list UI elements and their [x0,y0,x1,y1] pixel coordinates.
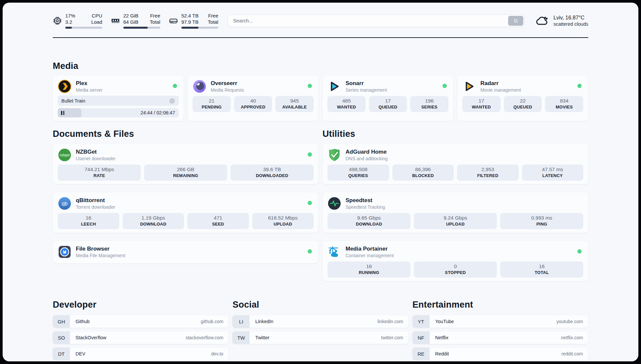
stat-ping: 0.993 ms PING [500,213,583,229]
app-name: Overseerr [211,80,244,87]
status-online-dot [308,249,312,254]
adguard-icon [327,148,341,162]
stat-filtered: 2,953 FILTERED [457,165,519,181]
stat-rate: 744.21 Mbps RATE [58,165,141,181]
app-name: Plex [76,80,103,87]
utilities-column: Utilities AdGuard Home DNS [322,129,588,281]
bookmark-title: YouTube [430,319,454,324]
memory-total-label: Total [150,19,160,25]
documents-column: Documents & Files nzbget NZBGet Usenet d… [53,129,319,281]
bookmark-netflix[interactable]: NF Netflix netflix.com [412,331,588,344]
disk-icon [169,16,178,25]
app-name: Radarr [480,80,521,87]
cpu-load-label: Load [91,19,102,25]
app-description: Container management [346,253,394,258]
bookmark-dev[interactable]: DT DEV dev.to [53,348,229,360]
radarr-icon [462,79,476,93]
stat-approved: 40 APPROVED [234,96,272,112]
status-online-dot [173,84,177,88]
disk-free-value: 52.4 TB [181,13,198,19]
stat-available: 945 AVAILABLE [275,96,314,112]
bookmark-github[interactable]: GH Github github.com [53,315,229,328]
bookmark-stackoverflow[interactable]: SO StackOverflow stackoverflow.com [53,331,229,344]
status-online-dot [577,249,582,254]
app-card-adguard[interactable]: AdGuard Home DNS and adblocking 498,508 … [322,144,588,184]
bookmark-youtube[interactable]: YT YouTube youtube.com [412,315,588,328]
bookmark-title: Reddit [430,351,449,356]
stat-downloaded: 39.6 TB DOWNLOADED [230,165,314,181]
app-card-sonarr[interactable]: Sonarr Series management 485 WANTED 17 Q… [322,75,453,121]
cpu-icon [53,16,62,25]
stat-wanted: 17 WANTED [462,96,501,112]
disk-total-label: Total [208,19,218,25]
stat-queued: 17 QUEUED [369,96,407,112]
bookmark-twitter[interactable]: TW Twitter twitter.com [232,331,408,344]
stat-wanted: 485 WANTED [327,96,366,112]
bookmark-linkedin[interactable]: LI LinkedIn linkedin.com [232,315,408,328]
weather-condition: scattered clouds [553,21,588,27]
memory-progress-fill [123,27,148,29]
svg-text:qb: qb [62,200,68,206]
stat-queued: 22 QUEUED [504,96,542,112]
app-description: Media Requests [211,87,244,93]
memory-total-value: 64 GiB [123,19,138,25]
stat-pending: 21 PENDING [193,96,231,112]
app-name: Speedtest [346,197,385,204]
bookmark-title: StackOverflow [70,335,106,340]
status-online-dot [308,84,312,88]
memory-progress-bar [123,27,160,29]
app-description: Series management [346,87,387,93]
status-online-dot [443,84,447,88]
app-card-speedtest[interactable]: Speedtest Speedtest Tracking 9.65 Gbps D… [322,192,588,233]
header-bar: 17% CPU 3.2 Load [53,3,588,29]
search-input[interactable] [228,15,525,27]
app-card-radarr[interactable]: Radarr Movie management 17 WANTED 22 QUE… [457,75,588,121]
app-description: Media File Management [76,253,125,258]
app-name: Media Portainer [346,245,394,253]
memory-icon [111,16,120,25]
app-description: Speedtest Tracking [346,204,385,210]
bookmark-group-entertainment: Entertainment YT YouTube youtube.com NF … [412,300,588,360]
bookmark-url: github.com [201,319,229,324]
bookmark-url: stackoverflow.com [186,335,229,340]
status-online-dot [308,152,312,157]
speedtest-icon [327,197,341,210]
header-divider [53,37,588,38]
session-screen-icon[interactable] [169,98,175,104]
app-card-nzbget[interactable]: nzbget NZBGet Usenet downloader 744.21 M… [53,144,319,184]
dashboard-page: 17% CPU 3.2 Load [3,3,638,361]
bookmark-url: dev.to [211,351,229,356]
app-card-overseerr[interactable]: Overseerr Media Requests 21 PENDING 40 A… [188,75,319,121]
bookmark-title: LinkedIn [250,319,273,324]
stat-movies: 834 MOVIES [545,96,583,112]
bookmark-abbr: GH [53,315,70,328]
cpu-load-value: 3.2 [65,19,72,25]
filebrowser-icon [58,245,72,259]
app-description: Usenet downloader [76,156,116,162]
app-card-plex[interactable]: Plex Media server Bullet Train 24:44 / 0… [53,75,184,121]
pause-icon[interactable] [61,111,64,115]
status-online-dot [308,201,312,205]
app-card-qbittorrent[interactable]: qb qBittorrent Torrent downloader 16 [53,192,319,233]
bookmark-url: youtube.com [557,319,588,324]
nzbget-icon: nzbget [58,148,72,162]
stat-download: 1.19 Gbps DOWNLOAD [123,213,184,229]
bookmark-url: netflix.com [561,335,588,340]
app-card-filebrowser[interactable]: File Browser Media File Management [53,241,319,263]
bookmark-reddit[interactable]: RE Reddit reddit.com [412,348,588,360]
search-engine-button[interactable]: G [508,16,523,26]
disk-progress-fill [181,27,198,29]
media-grid: Plex Media server Bullet Train 24:44 / 0… [53,75,588,121]
disk-progress-bar [181,27,218,29]
app-name: NZBGet [76,148,116,156]
app-card-portainer[interactable]: Media Portainer Container management 16 … [322,241,588,281]
memory-free-label: Free [150,13,160,19]
stat-total: 16 TOTAL [500,261,583,278]
stat-leech: 16 LEECH [58,213,119,229]
playback-progress-bar[interactable]: 24:44 / 02:06:47 [58,108,179,117]
section-heading-media: Media [53,61,588,71]
bookmark-abbr: DT [53,348,70,360]
weather-widget: Lviv, 16.87°C scattered clouds [536,14,588,27]
bookmark-group-social: Social LI LinkedIn linkedin.com TW Twitt… [232,300,408,360]
cpu-progress-bar [65,27,102,29]
